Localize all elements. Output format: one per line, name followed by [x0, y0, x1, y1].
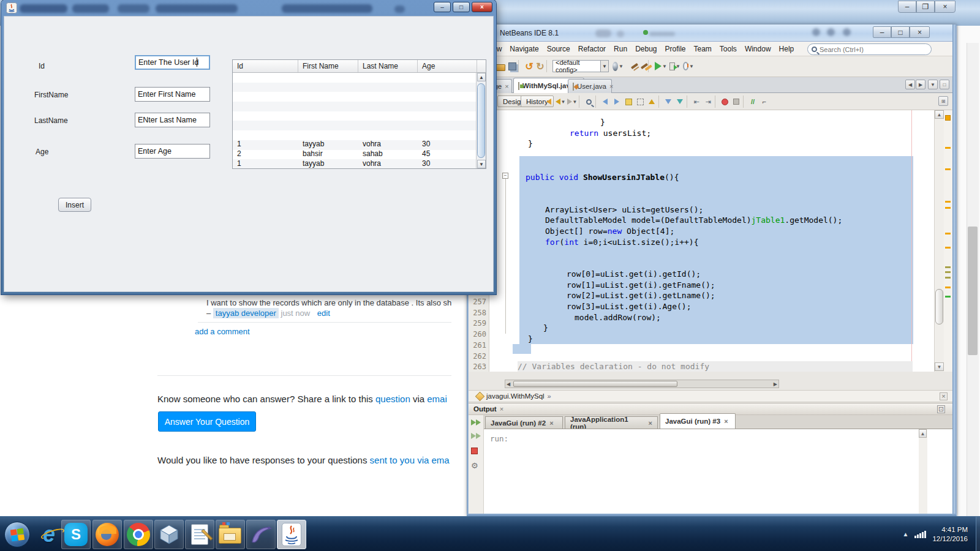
menu-profile[interactable]: Profile: [665, 45, 686, 53]
menu-refactor[interactable]: Refactor: [578, 45, 606, 53]
code-editor[interactable]: 257258259260261262263 − ▲ ▼ }return user…: [469, 110, 952, 372]
lastname-field[interactable]: [135, 113, 210, 127]
editor-hscrollbar[interactable]: ◀ ▶: [505, 380, 779, 388]
menu-help[interactable]: Help: [779, 45, 794, 53]
find-icon[interactable]: [584, 97, 594, 107]
share-email-link[interactable]: emai: [427, 394, 447, 404]
maximize-editor-icon[interactable]: □: [940, 80, 949, 89]
scroll-left-icon[interactable]: ◀: [507, 381, 510, 388]
minimize-icon[interactable]: –: [434, 2, 451, 12]
firstname-field[interactable]: [135, 87, 210, 102]
profile-project-icon[interactable]: ▼: [683, 61, 694, 72]
show-desktop-button[interactable]: [976, 517, 980, 551]
save-all-icon[interactable]: [507, 61, 518, 72]
prev-bookmark-icon[interactable]: [647, 97, 657, 107]
close-tab-icon[interactable]: ×: [649, 419, 652, 427]
responses-link[interactable]: sent to you via ema: [370, 455, 450, 465]
chevron-down-icon[interactable]: ▼: [600, 61, 608, 72]
column-header-age[interactable]: Age: [418, 60, 477, 72]
breadcrumb-label[interactable]: javagui.WithMySql: [486, 392, 545, 400]
add-comment-link[interactable]: add a comment: [195, 327, 250, 336]
column-header-id[interactable]: Id: [233, 60, 298, 72]
notepad-icon[interactable]: [185, 520, 214, 549]
comment-edit-link[interactable]: edit: [317, 309, 330, 318]
close-tab-icon[interactable]: ×: [724, 418, 728, 425]
menu-navigate[interactable]: Navigate: [510, 45, 538, 53]
maximize-icon[interactable]: □: [891, 26, 910, 38]
close-icon[interactable]: ×: [472, 2, 492, 12]
fold-collapse-icon[interactable]: −: [502, 173, 508, 179]
network-icon[interactable]: [914, 531, 926, 538]
menu-window[interactable]: Window: [745, 45, 771, 53]
menu-run[interactable]: Run: [614, 45, 627, 53]
editor-hscrollbar-thumb[interactable]: [513, 381, 677, 387]
chrome-icon[interactable]: [124, 520, 153, 549]
shift-left-icon[interactable]: ⇤: [692, 97, 701, 107]
scroll-tabs-left-icon[interactable]: ◀: [905, 80, 915, 89]
stop-macro-icon[interactable]: [731, 97, 741, 107]
scroll-tabs-right-icon[interactable]: ▶: [916, 80, 925, 89]
shift-right-icon[interactable]: ⇥: [703, 97, 713, 107]
rerun-stopped-icon[interactable]: [471, 431, 481, 441]
output-scrollbar[interactable]: ▲: [919, 429, 927, 514]
rerun-icon[interactable]: [471, 418, 481, 427]
editor-vscrollbar-thumb[interactable]: [935, 289, 943, 324]
output-tab-3[interactable]: JavaGui (run) #3×: [660, 413, 736, 429]
forward-icon[interactable]: ▼: [567, 97, 577, 107]
scroll-down-icon[interactable]: ▼: [935, 362, 944, 371]
lastname-input[interactable]: [135, 113, 210, 127]
run-settings-icon[interactable]: ⚙: [471, 460, 481, 470]
age-field[interactable]: [135, 144, 210, 159]
tab-list-icon[interactable]: ▼: [928, 80, 938, 89]
close-icon[interactable]: ×: [935, 1, 956, 13]
netbeans-icon[interactable]: [154, 520, 184, 549]
minimize-icon[interactable]: –: [873, 26, 891, 38]
close-icon[interactable]: ×: [910, 26, 930, 38]
open-project-icon[interactable]: [495, 61, 506, 72]
deploy-icon[interactable]: ▼: [612, 61, 624, 72]
table-vscrollbar-thumb[interactable]: [477, 83, 485, 158]
close-tab-icon[interactable]: ×: [505, 83, 508, 90]
next-error-icon[interactable]: [675, 97, 685, 107]
menu-debug[interactable]: Debug: [635, 45, 657, 53]
scroll-down-icon[interactable]: ▼: [477, 160, 486, 168]
id-input[interactable]: [135, 55, 210, 70]
firefox-icon[interactable]: [92, 520, 122, 549]
chevron-right-icon[interactable]: »: [548, 392, 551, 400]
show-hidden-icons-icon[interactable]: ▲: [903, 531, 909, 538]
restore-icon[interactable]: ❐: [916, 1, 935, 13]
table-vscrollbar[interactable]: ▲ ▼: [476, 73, 486, 168]
scroll-right-icon[interactable]: ▶: [774, 381, 777, 388]
file-explorer-icon[interactable]: [216, 520, 245, 549]
menu-source[interactable]: Source: [547, 45, 570, 53]
minimize-icon[interactable]: –: [898, 1, 916, 13]
users-table-rows[interactable]: 1tayyabvohra302bahsirsahab451tayyabvohra…: [233, 73, 476, 168]
java-window-titlebar[interactable]: – □ ×: [1, 0, 496, 16]
next-occurrence-icon[interactable]: [612, 97, 622, 107]
search-box[interactable]: [807, 43, 932, 55]
users-table[interactable]: IdFirst NameLast NameAge 1tayyabvohra302…: [232, 59, 486, 169]
comment-icon[interactable]: //: [748, 97, 758, 107]
breakpoint-icon[interactable]: [720, 97, 729, 107]
skype-icon[interactable]: S: [61, 520, 91, 549]
select-rect-icon[interactable]: [635, 97, 645, 107]
debug-project-icon[interactable]: ▼: [669, 61, 680, 72]
internet-explorer-icon[interactable]: e: [34, 520, 64, 549]
output-console[interactable]: run: ▲: [484, 429, 952, 514]
table-row[interactable]: 1tayyabvohra30: [233, 139, 476, 149]
menu-team[interactable]: Team: [694, 45, 712, 53]
column-header-first-name[interactable]: First Name: [298, 60, 358, 72]
column-header-last-name[interactable]: Last Name: [358, 60, 418, 72]
scroll-up-icon[interactable]: ▲: [935, 110, 944, 119]
editor-vscrollbar[interactable]: ▲ ▼: [934, 110, 944, 372]
split-editor-icon[interactable]: ⊞: [938, 96, 948, 106]
editor-tab-User.java[interactable]: User.java×: [568, 79, 612, 93]
toggle-highlight-icon[interactable]: [624, 97, 633, 107]
close-icon[interactable]: ×: [940, 392, 948, 400]
uncomment-icon[interactable]: ⌐: [760, 97, 769, 107]
clock[interactable]: 4:41 PM 12/12/2016: [932, 525, 968, 544]
share-question-link[interactable]: question: [375, 394, 410, 404]
minimize-panel-icon[interactable]: ⊡: [937, 405, 945, 413]
java-app-icon[interactable]: [277, 520, 306, 549]
id-field[interactable]: [135, 55, 210, 70]
